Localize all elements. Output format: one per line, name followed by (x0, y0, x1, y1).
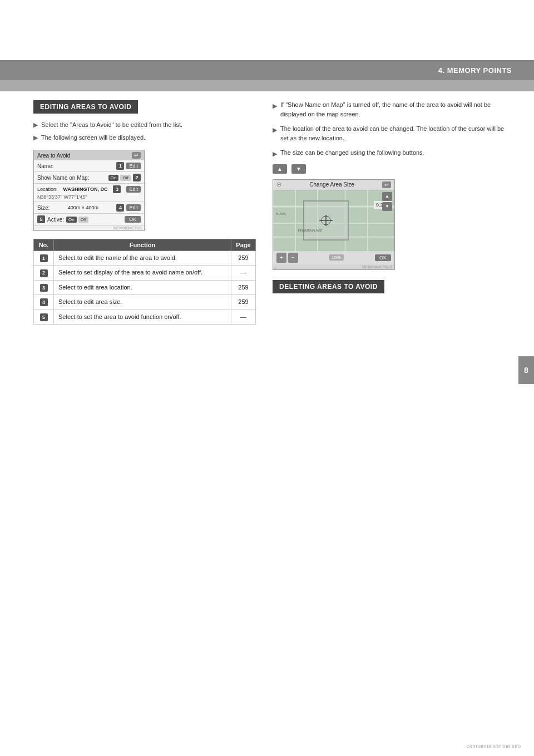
off-button[interactable]: Off (120, 175, 131, 181)
note-1: ▶ If "Show Name on Map" is turned off, t… (273, 100, 512, 119)
bullet-section-1: ▶ Select the "Areas to Avoid" to be edit… (33, 120, 256, 142)
bullet-text-2: The following screen will be displayed. (41, 133, 145, 143)
location-edit-button[interactable]: Edit (126, 186, 141, 193)
map-zoom-plus[interactable]: + (276, 253, 286, 263)
header-sub-bar (0, 80, 534, 91)
row4-no: 4 (34, 295, 54, 310)
table-header-function: Function (54, 239, 231, 251)
nav-up-button[interactable]: ▲ (273, 164, 287, 174)
map-ok-button[interactable]: OK (375, 254, 391, 261)
editing-areas-header: EDITING AREAS TO AVOID (33, 100, 138, 114)
bullet-item-2: ▶ The following screen will be displayed… (33, 133, 256, 143)
screen-title: Area to Avoid (37, 153, 70, 159)
size-value: 400m × 400m (68, 205, 98, 210)
row2-no: 2 (34, 266, 54, 280)
note-triangle-3: ▶ (273, 149, 277, 159)
size-edit-button[interactable]: Edit (126, 204, 141, 211)
row2-function: Select to set display of the area to avo… (54, 266, 231, 280)
map-svg: N-AVE FOUNTAIN AVE (273, 190, 394, 251)
bullet-triangle-1: ▶ (33, 121, 38, 129)
row4-page: 259 (231, 295, 256, 310)
screen-name-row: Name: 1 Edit (34, 160, 144, 172)
page-watermark: carmanualsonline.info (467, 743, 521, 749)
screen-size-row: Size: 400m × 400m 4 Edit (34, 202, 144, 214)
nav-down-button[interactable]: ▼ (291, 164, 306, 174)
screen-title-bar: Area to Avoid ↩ (34, 150, 144, 160)
location-value: WASHINGTON, DC (63, 186, 108, 192)
area-to-avoid-screen: Area to Avoid ↩ Name: 1 Edit Show Name o… (33, 150, 145, 231)
row5-page: — (231, 310, 256, 324)
note-text-1: If "Show Name on Map" is turned off, the… (280, 100, 512, 119)
coords-display: N38°33'37" W77°1'45" (37, 194, 141, 200)
map-body: N-AVE FOUNTAIN AVE 0.25m ▲ ▼ (273, 190, 394, 251)
bullet-text-1: Select the "Areas to Avoid" to be edited… (41, 120, 182, 130)
screen-watermark: MEM063aCTUS (34, 225, 144, 230)
map-dist-label: 100h (329, 254, 344, 261)
header-title: 4. MEMORY POINTS (438, 66, 512, 75)
svg-text:N-AVE: N-AVE (276, 212, 286, 215)
row3-page: 259 (231, 280, 256, 294)
badge-1: 1 (40, 254, 48, 262)
note-3: ▶ The size can be changed using the foll… (273, 148, 512, 159)
table-row: 3 Select to edit area location. 259 (34, 280, 256, 294)
badge-3: 3 (40, 284, 48, 292)
num-badge-2: 2 (133, 174, 141, 181)
table-row: 4 Select to edit area size. 259 (34, 295, 256, 310)
section-tab: 8 (518, 356, 534, 384)
note-triangle-1: ▶ (273, 101, 277, 119)
deleting-areas-header: DELETING AREAS TO AVOID (273, 280, 384, 293)
active-on-off: On Off (66, 217, 88, 223)
on-off-row: On Off (108, 175, 131, 181)
map-nav-buttons: ▲ ▼ (382, 192, 392, 211)
map-nav-down[interactable]: ▼ (382, 202, 392, 211)
right-column: ▶ If "Show Name on Map" is turned off, t… (273, 100, 512, 300)
table-header-no: No. (34, 239, 54, 251)
map-title-bar: ☉ Change Area Size ↩ (273, 180, 394, 190)
screen-show-name-label: Show Name on Map: (37, 175, 89, 181)
map-compass-icon: ☉ (276, 181, 281, 188)
screen-name-right: 1 Edit (116, 162, 141, 170)
row1-no: 1 (34, 251, 54, 266)
active-left: 5 Active: On Off (37, 215, 88, 223)
table-row: 2 Select to set display of the area to a… (34, 266, 256, 280)
bullet-triangle-2: ▶ (33, 134, 38, 142)
header-bar: 4. MEMORY POINTS (0, 60, 534, 80)
row1-function: Select to edit the name of the area to a… (54, 251, 231, 266)
screen-back-button[interactable]: ↩ (132, 152, 141, 159)
map-title: Change Area Size (309, 181, 354, 188)
on-button[interactable]: On (108, 175, 119, 181)
row3-no: 3 (34, 280, 54, 294)
table-header-page: Page (231, 239, 256, 251)
note-2: ▶ The location of the area to avoid can … (273, 124, 512, 143)
left-column: EDITING AREAS TO AVOID ▶ Select the "Are… (33, 100, 256, 325)
svg-text:FOUNTAIN AVE: FOUNTAIN AVE (298, 229, 322, 232)
map-watermark: MEM064aCTaUS (273, 264, 394, 269)
screen-location-row: Location: WASHINGTON, DC 3 Edit N38°33'3… (34, 184, 144, 202)
num-badge-5: 5 (37, 215, 45, 223)
name-edit-button[interactable]: Edit (126, 163, 141, 169)
function-table: No. Function Page 1 Select to edit the n… (33, 239, 256, 325)
location-label: Location: (37, 186, 58, 192)
num-badge-3: 3 (113, 185, 121, 193)
map-back-button[interactable]: ↩ (382, 181, 391, 188)
badge-5: 5 (40, 313, 48, 321)
note-text-2: The location of the area to avoid can be… (280, 124, 512, 143)
screen-ok-button[interactable]: OK (125, 216, 141, 223)
note-triangle-2: ▶ (273, 125, 277, 143)
screen-name-label: Name: (37, 163, 53, 169)
screen-active-row: 5 Active: On Off OK (34, 214, 144, 225)
table-row: 5 Select to set the area to avoid functi… (34, 310, 256, 324)
active-off-button[interactable]: Off (78, 217, 89, 223)
table-row: 1 Select to edit the name of the area to… (34, 251, 256, 266)
map-nav-up[interactable]: ▲ (382, 192, 392, 201)
num-badge-4: 4 (116, 204, 124, 212)
size-label: Size: (37, 205, 50, 211)
active-on-button[interactable]: On (66, 217, 77, 223)
screen-size-right: 4 Edit (116, 204, 141, 212)
nav-arrow-group: ▲ ▼ (273, 164, 512, 174)
bullet-item-1: ▶ Select the "Areas to Avoid" to be edit… (33, 120, 256, 130)
num-badge-1: 1 (116, 162, 124, 170)
change-area-size-screen: ☉ Change Area Size ↩ (273, 179, 395, 270)
map-zoom-controls: + − (276, 253, 298, 263)
map-zoom-minus[interactable]: − (288, 253, 298, 263)
